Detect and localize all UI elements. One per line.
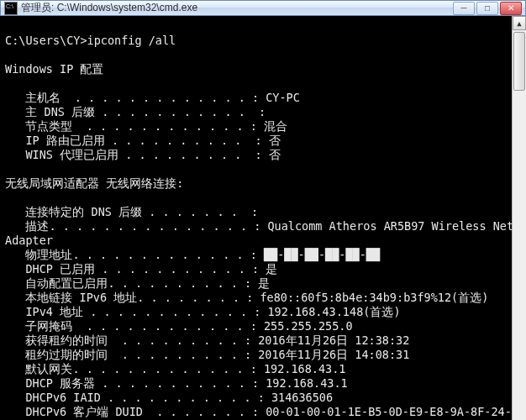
window-body: C:\Users\CY>ipconfig /all Windows IP 配置 … <box>0 16 526 420</box>
cmd-icon <box>4 2 18 15</box>
window-buttons: ─ □ ✕ <box>453 2 522 15</box>
scroll-up-button[interactable]: ▲ <box>513 16 526 30</box>
maximize-button[interactable]: □ <box>476 2 498 15</box>
vertical-scrollbar[interactable]: ▲ ▼ <box>512 16 526 420</box>
scroll-track[interactable] <box>513 30 526 420</box>
terminal-output[interactable]: C:\Users\CY>ipconfig /all Windows IP 配置 … <box>0 16 512 420</box>
window-title: 管理员: C:\Windows\system32\cmd.exe <box>21 1 453 15</box>
close-button[interactable]: ✕ <box>500 2 522 15</box>
minimize-button[interactable]: ─ <box>453 2 475 15</box>
titlebar[interactable]: 管理员: C:\Windows\system32\cmd.exe ─ □ ✕ <box>0 0 526 16</box>
cmd-window: 管理员: C:\Windows\system32\cmd.exe ─ □ ✕ C… <box>0 0 526 420</box>
scroll-thumb[interactable] <box>513 32 525 91</box>
